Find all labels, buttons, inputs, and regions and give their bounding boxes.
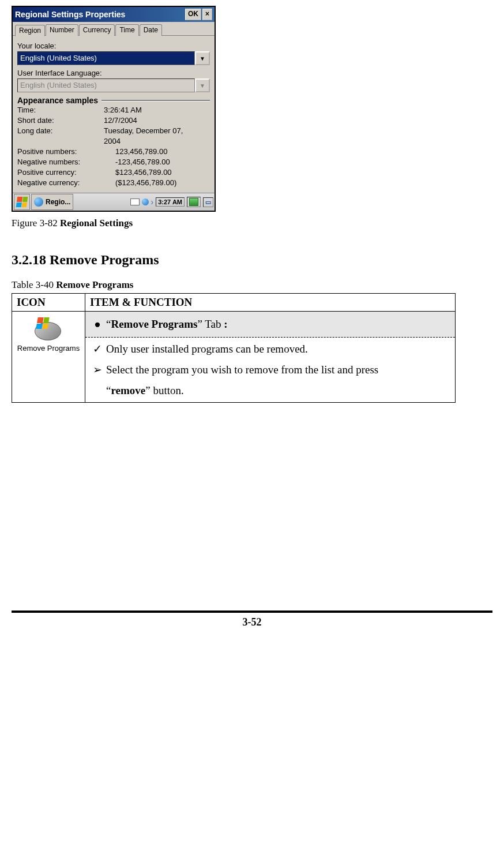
- keyboard-icon[interactable]: [130, 198, 140, 205]
- remove-programs-table: ICON ITEM & FUNCTION Remove Programs ● “…: [12, 293, 456, 403]
- check-icon: ✓: [89, 339, 106, 359]
- long-date-value-2: 2004: [104, 136, 210, 147]
- ui-language-dropdown-button: ▼: [195, 78, 210, 92]
- bullet-dot-icon: ●: [89, 314, 106, 335]
- tab-panel-region: Your locale: English (United States) ▼ U…: [13, 35, 215, 193]
- tab-time[interactable]: Time: [115, 24, 138, 36]
- locale-dropdown[interactable]: English (United States): [17, 51, 195, 65]
- signal-icon[interactable]: ›: [151, 197, 154, 207]
- negative-currency-label: Negative currency:: [17, 178, 115, 188]
- window-titlebar: Regional Settings Properties OK ×: [13, 7, 215, 22]
- ui-language-label: User Interface Language:: [17, 69, 210, 77]
- negative-numbers-value: -123,456,789.00: [115, 157, 210, 167]
- desktop-tray-icon[interactable]: ▭: [203, 197, 213, 207]
- icon-caption: Remove Programs: [17, 344, 80, 353]
- table-caption: Table 3-40 Remove Programs: [12, 279, 492, 291]
- windows-flag-icon: [16, 197, 28, 207]
- negative-currency-value: ($123,456,789.00): [115, 178, 210, 188]
- positive-numbers-label: Positive numbers:: [17, 147, 115, 157]
- negative-numbers-label: Negative numbers:: [17, 157, 115, 167]
- time-label: Time:: [17, 105, 104, 115]
- taskbar-app-button[interactable]: Regio...: [31, 194, 73, 210]
- page-number: 3-52: [12, 613, 492, 640]
- section-heading: 3.2.18 Remove Programs: [12, 252, 492, 268]
- battery-icon: [189, 198, 198, 206]
- remove-programs-icon: [35, 317, 62, 342]
- short-date-value: 12/7/2004: [104, 115, 210, 126]
- ui-language-dropdown: English (United States): [17, 78, 195, 92]
- note-only-user-installed: ✓ Only user installed programs can be re…: [89, 339, 452, 359]
- locale-label: Your locale:: [17, 42, 210, 50]
- arrow-icon: ➢: [89, 359, 106, 380]
- taskbar-clock[interactable]: 3:27 AM: [156, 197, 185, 207]
- figure-caption: Figure 3-82 Regional Settings: [12, 218, 492, 229]
- appearance-samples-heading: Appearance samples: [17, 96, 210, 105]
- time-value: 3:26:41 AM: [104, 105, 210, 115]
- start-button[interactable]: [14, 194, 30, 210]
- positive-numbers-value: 123,456,789.00: [115, 147, 210, 157]
- positive-currency-label: Positive currency:: [17, 167, 115, 178]
- taskbar: Regio... › 3:27 AM ▭: [13, 193, 215, 211]
- ok-button[interactable]: OK: [185, 9, 201, 20]
- close-button[interactable]: ×: [202, 9, 212, 20]
- tab-date[interactable]: Date: [140, 24, 162, 36]
- positive-currency-value: $123,456,789.00: [115, 167, 210, 178]
- col-icon-header: ICON: [12, 294, 85, 312]
- system-tray: › 3:27 AM ▭: [130, 197, 213, 207]
- icon-cell: Remove Programs: [12, 312, 85, 403]
- long-date-label: Long date:: [17, 126, 104, 136]
- network-globe-icon[interactable]: [142, 198, 149, 205]
- tab-heading-row: ● “Remove Programs” Tab :: [85, 312, 455, 338]
- locale-dropdown-button[interactable]: ▼: [195, 51, 210, 65]
- tabs-bar: Region Number Currency Time Date: [13, 22, 215, 36]
- tab-currency[interactable]: Currency: [79, 24, 115, 36]
- short-date-label: Short date:: [17, 115, 104, 126]
- regional-settings-screenshot: Regional Settings Properties OK × Region…: [12, 6, 216, 212]
- col-item-header: ITEM & FUNCTION: [85, 294, 456, 312]
- item-function-cell: ● “Remove Programs” Tab : ✓ Only user in…: [85, 312, 456, 403]
- step-select-program: ➢ Select the program you wish to remove …: [89, 359, 452, 401]
- long-date-value-1: Tuesday, December 07,: [104, 126, 210, 136]
- globe-icon: [34, 197, 43, 207]
- battery-tray-icon[interactable]: [187, 197, 201, 207]
- tab-number[interactable]: Number: [46, 24, 78, 36]
- tab-region[interactable]: Region: [15, 25, 45, 36]
- window-title: Regional Settings Properties: [15, 10, 184, 19]
